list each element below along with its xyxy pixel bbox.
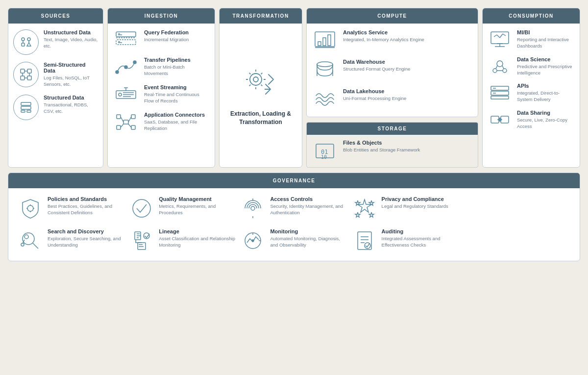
mibi-text: MI/BI Reporting and Interactive Dashboar…: [517, 29, 575, 50]
svg-point-1: [27, 38, 30, 41]
query-federation-icon: [113, 29, 139, 50]
svg-line-78: [502, 66, 504, 69]
privacy-title: Privacy and Compliance: [382, 196, 459, 202]
elt-label: Extraction, Loading & Transformation: [224, 110, 297, 126]
monitoring-desc: Automated Monitoring, Diagnosis, and Obs…: [270, 235, 347, 249]
svg-rect-2: [22, 43, 24, 46]
ingestion-streaming: Event Streaming Real-Time and Continuous…: [113, 84, 210, 105]
gov-monitoring: Monitoring Automated Monitoring, Diagnos…: [241, 228, 347, 253]
lineage-text: Lineage Asset Classification and Relatio…: [159, 228, 236, 249]
svg-rect-7: [27, 69, 31, 73]
semi-desc: Log Files, NoSQL, IoT Sensors, etc.: [44, 75, 98, 88]
mibi-desc: Reporting and Interactive Dashboards: [517, 36, 575, 50]
sources-body: Unstructured Data Text, Image, Video, Au…: [8, 24, 103, 167]
files-desc: Blob Entities and Storage Framework: [343, 147, 473, 153]
monitoring-icon: [241, 228, 265, 253]
search-discovery-icon: [18, 228, 43, 253]
storage-panel: STORAGE 01 10 Files & Objects Blob Entit…: [306, 122, 478, 168]
sharing-title: Data Sharing: [517, 110, 575, 116]
svg-point-45: [253, 77, 258, 82]
quality-icon: [129, 196, 154, 221]
files-text: Files & Objects Blob Entities and Storag…: [343, 140, 473, 153]
svg-line-50: [249, 73, 251, 74]
access-text: Access Controls Security, Identity Manag…: [270, 196, 347, 216]
apis-desc: Integrated, Direct-to-System Delivery: [517, 90, 575, 103]
connectors-title: Application Connectors: [144, 112, 210, 118]
svg-line-68: [497, 35, 500, 38]
svg-point-75: [493, 69, 497, 73]
gov-auditing: Auditing Integrated Assessments and Effe…: [352, 228, 459, 253]
search-text: Search and Discovery Exploration, Secure…: [48, 228, 124, 249]
svg-point-27: [133, 61, 136, 64]
semi-title: Semi-Structured Data: [44, 62, 98, 74]
source-item-structured: Structured Data Transactional, RDBS, CSV…: [13, 95, 98, 120]
svg-line-70: [503, 34, 506, 36]
gov-quality: Quality Management Metrics, Requirements…: [129, 196, 236, 221]
svg-line-77: [496, 66, 497, 69]
svg-rect-57: [323, 38, 326, 46]
svg-line-67: [494, 35, 497, 37]
svg-line-52: [261, 73, 263, 74]
gov-privacy: Privacy and Compliance Legal and Regulat…: [352, 196, 459, 221]
svg-point-74: [497, 61, 503, 67]
compute-panel: COMPUTE: [306, 8, 478, 117]
analytics-text: Analytics Service Integrated, In-Memory …: [343, 29, 473, 43]
svg-line-41: [128, 117, 131, 122]
files-title: Files & Objects: [343, 140, 473, 146]
transfer-title: Transfer Pipelines: [144, 57, 210, 63]
svg-rect-37: [131, 115, 135, 119]
consumption-sharing: Data Sharing Secure, Live, Zero-Copy Acc…: [488, 110, 575, 130]
svg-point-0: [22, 38, 24, 41]
svg-point-26: [124, 66, 127, 69]
auditing-title: Auditing: [382, 228, 459, 234]
mibi-title: MI/BI: [517, 29, 575, 35]
transformation-panel: TRANSFORMATION: [219, 8, 302, 168]
transfer-pipelines-icon: [113, 57, 139, 77]
compute-warehouse: Data Warehouse Structured Format Query E…: [312, 59, 473, 81]
svg-point-76: [503, 69, 507, 73]
analytics-service-icon: [312, 29, 338, 52]
svg-point-113: [252, 240, 254, 242]
svg-point-90: [27, 205, 33, 211]
svg-line-43: [128, 124, 131, 127]
streaming-text: Event Streaming Real-Time and Continuous…: [144, 84, 210, 104]
sharing-text: Data Sharing Secure, Live, Zero-Copy Acc…: [517, 110, 575, 130]
svg-marker-103: [355, 212, 360, 217]
svg-rect-36: [117, 115, 121, 119]
compute-header: COMPUTE: [307, 8, 478, 24]
data-lakehouse-icon: [312, 88, 338, 111]
gov-policies: Policies and Standards Best Practices, G…: [18, 196, 124, 221]
svg-rect-56: [318, 42, 321, 46]
consumption-mibi: MI/BI Reporting and Interactive Dashboar…: [488, 29, 575, 50]
unstructured-desc: Text, Image, Video, Audio, etc.: [44, 36, 98, 50]
svg-point-96: [251, 206, 255, 210]
analytics-title: Analytics Service: [343, 29, 473, 35]
ingestion-panel: INGESTION: [107, 8, 215, 168]
consumption-panel: CONSUMPTION: [482, 8, 580, 168]
quality-desc: Metrics, Requirements, and Procedures: [159, 203, 236, 216]
structured-title: Structured Data: [44, 95, 98, 100]
query-fed-desc: Incremental Migration: [144, 36, 210, 43]
lineage-icon: [129, 228, 154, 253]
lakehouse-desc: Uni-Format Processing Engine: [343, 95, 473, 101]
svg-rect-15: [21, 106, 31, 109]
unstructured-data-icon: [13, 29, 39, 55]
svg-rect-82: [491, 96, 509, 99]
analytics-desc: Integrated, In-Memory Analytics Engine: [343, 36, 473, 43]
sources-header: SOURCES: [8, 8, 103, 24]
policies-desc: Best Practices, Guidelines, and Consiste…: [48, 203, 124, 216]
ingestion-query-federation: Query Federation Incremental Migration: [113, 29, 210, 50]
streaming-title: Event Streaming: [144, 84, 210, 90]
storage-body: 01 10 Files & Objects Blob Entities and …: [307, 135, 478, 167]
monitoring-text: Monitoring Automated Monitoring, Diagnos…: [270, 228, 347, 249]
svg-marker-99: [358, 200, 371, 212]
svg-rect-14: [21, 102, 31, 105]
svg-rect-8: [21, 76, 24, 80]
app-connectors-icon: [113, 112, 139, 132]
semi-text: Semi-Structured Data Log Files, NoSQL, I…: [44, 62, 98, 88]
ingestion-header: INGESTION: [108, 8, 215, 24]
warehouse-desc: Structured Format Query Engine: [343, 66, 473, 72]
storage-header: STORAGE: [307, 123, 478, 135]
connectors-text: Application Connectors SaaS, Database, a…: [144, 112, 210, 132]
svg-text:10: 10: [321, 154, 327, 160]
